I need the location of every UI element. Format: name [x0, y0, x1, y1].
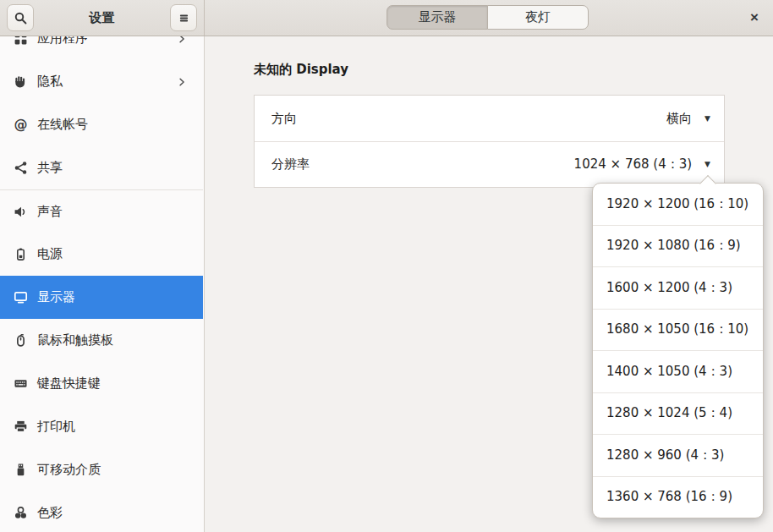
sidebar-item-label: 显示器 — [37, 289, 188, 305]
sidebar-item-label: 共享 — [37, 160, 188, 176]
sidebar-item-applications[interactable]: 应用程序 — [0, 36, 203, 60]
view-switcher: 显示器夜灯 — [386, 5, 589, 30]
close-button[interactable]: × — [741, 0, 768, 36]
sidebar: 应用程序隐私@在线帐号共享声音电源显示器鼠标和触摸板键盘快捷键打印机可移动介质色… — [0, 36, 205, 532]
sidebar-item-power[interactable]: 电源 — [0, 233, 203, 276]
search-icon — [14, 11, 28, 25]
content-header: 显示器夜灯 × — [205, 0, 773, 36]
resolution-option[interactable]: 1920 × 1200 (16：10) — [593, 184, 763, 225]
display-heading: 未知的 Display — [254, 62, 348, 78]
menu-button[interactable] — [170, 4, 197, 31]
battery-icon — [14, 247, 28, 261]
sidebar-item-label: 键盘快捷键 — [37, 376, 188, 392]
sidebar-item-label: 在线帐号 — [37, 117, 188, 133]
resolution-dropdown[interactable]: 1024 × 768 (4：3)▼ — [574, 156, 710, 173]
orientation-dropdown[interactable]: 横向▼ — [666, 111, 710, 127]
sidebar-item-label: 鼠标和触摸板 — [37, 332, 188, 348]
resolution-option[interactable]: 1680 × 1050 (16：10) — [593, 309, 763, 351]
printer-icon — [14, 420, 28, 434]
chevron-right-icon — [176, 36, 188, 45]
sidebar-list: 应用程序隐私@在线帐号共享声音电源显示器鼠标和触摸板键盘快捷键打印机可移动介质色… — [0, 36, 203, 532]
sidebar-item-sound[interactable]: 声音 — [0, 189, 203, 233]
sidebar-item-displays[interactable]: 显示器 — [0, 276, 203, 319]
sidebar-item-color[interactable]: 色彩 — [0, 491, 203, 532]
sidebar-item-label: 色彩 — [37, 505, 188, 521]
sidebar-item-label: 电源 — [37, 246, 188, 262]
sidebar-item-label: 声音 — [37, 204, 188, 220]
resolution-option[interactable]: 1400 × 1050 (4：3) — [593, 350, 763, 392]
tab-displays[interactable]: 显示器 — [386, 5, 488, 30]
sidebar-item-online-accounts[interactable]: @在线帐号 — [0, 103, 203, 146]
speaker-icon — [14, 205, 28, 219]
tab-night-light[interactable]: 夜灯 — [487, 5, 589, 30]
sidebar-header: 设置 — [0, 0, 205, 36]
usb-icon — [14, 463, 28, 477]
search-button[interactable] — [7, 4, 34, 31]
sidebar-item-label: 打印机 — [37, 419, 188, 435]
display-settings-card: 方向横向▼分辨率1024 × 768 (4：3)▼ — [254, 95, 725, 188]
sidebar-item-privacy[interactable]: 隐私 — [0, 60, 203, 103]
settings-window: 设置 显示器夜灯 × 应用程序隐私@在线帐号共享声音电源显示器鼠标和触摸板键盘快… — [0, 0, 773, 532]
resolution-option[interactable]: 1280 × 1024 (5：4) — [593, 392, 763, 435]
resolution-value: 1024 × 768 (4：3) — [574, 156, 692, 173]
resolution-row: 分辨率1024 × 768 (4：3)▼ — [255, 141, 724, 187]
sidebar-item-sharing[interactable]: 共享 — [0, 146, 203, 189]
header-bar: 设置 显示器夜灯 × — [0, 0, 773, 36]
close-icon: × — [750, 9, 759, 26]
resolution-option[interactable]: 1920 × 1080 (16：9) — [593, 225, 763, 267]
keyboard-icon — [14, 376, 28, 391]
mouse-icon — [14, 333, 28, 348]
sidebar-item-label: 可移动介质 — [37, 462, 188, 478]
resolution-option[interactable]: 1360 × 768 (16：9) — [593, 476, 763, 518]
resolution-option[interactable]: 1600 × 1200 (4：3) — [593, 266, 763, 309]
menu-icon — [177, 11, 191, 25]
share-icon — [14, 161, 28, 175]
orientation-value: 横向 — [666, 111, 692, 127]
sidebar-item-removable-media[interactable]: 可移动介质 — [0, 448, 203, 491]
sidebar-item-keyboard-shortcuts[interactable]: 键盘快捷键 — [0, 362, 203, 405]
apps-grid-icon — [14, 36, 28, 46]
sidebar-item-mouse-touchpad[interactable]: 鼠标和触摸板 — [0, 319, 203, 362]
chevron-right-icon — [176, 76, 188, 88]
monitor-icon — [14, 290, 28, 304]
sidebar-item-label: 应用程序 — [37, 36, 167, 47]
orientation-row: 方向横向▼ — [255, 96, 724, 141]
sidebar-item-printers[interactable]: 打印机 — [0, 405, 203, 448]
dropdown-arrow-icon: ▼ — [704, 115, 710, 123]
color-icon — [14, 506, 28, 520]
resolution-options-list: 1920 × 1200 (16：10)1920 × 1080 (16：9)160… — [593, 184, 763, 518]
resolution-dropdown-popover: 1920 × 1200 (16：10)1920 × 1080 (16：9)160… — [592, 183, 764, 518]
window-body: 应用程序隐私@在线帐号共享声音电源显示器鼠标和触摸板键盘快捷键打印机可移动介质色… — [0, 36, 773, 532]
resolution-label: 分辨率 — [271, 156, 574, 173]
orientation-label: 方向 — [271, 111, 666, 127]
dropdown-arrow-icon: ▼ — [704, 161, 710, 168]
sidebar-item-label: 隐私 — [37, 74, 167, 90]
resolution-option[interactable]: 1280 × 960 (4：3) — [593, 434, 763, 476]
privacy-hand-icon — [14, 74, 28, 89]
at-icon: @ — [14, 118, 28, 132]
